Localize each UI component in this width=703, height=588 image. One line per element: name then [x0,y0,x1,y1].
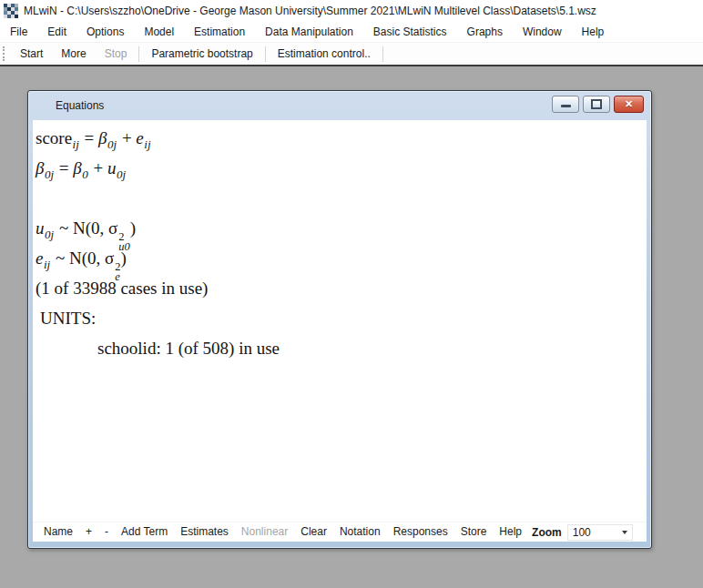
zoom-value: 100 [573,526,591,539]
math-text: (1 of 33988 cases in use) [36,279,208,298]
math-text: + [89,158,107,177]
math-text: ~ N(0, σ [55,218,117,238]
toolbar-grip-handle[interactable] [3,46,7,61]
toolbar-separator [138,46,139,62]
plus-button[interactable]: + [79,522,98,542]
zoom-label: Zoom [528,526,567,539]
math-variable: e [36,248,43,268]
menu-bar: FileEditOptionsModelEstimationData Manip… [0,21,703,43]
menu-item-file[interactable]: File [0,22,37,42]
chevron-down-icon [622,531,627,534]
units-schoolid: schoolid: 1 (of 508) in use [36,333,647,363]
math-subscript: ij [44,258,50,271]
math-variable: e [136,128,143,147]
menu-item-graphs[interactable]: Graphs [457,22,513,42]
equation-response[interactable]: scoreij = β0j + eij [36,123,647,153]
start-button[interactable]: Start [11,44,52,64]
math-text: ~ N(0, σ [51,248,114,268]
close-button[interactable]: ✕ [614,96,644,113]
units-label: UNITS: [36,303,647,333]
main-titlebar: MLwiN - C:\Users\szzho\OneDrive - George… [0,0,703,21]
math-subscript: 0j [117,167,126,181]
mdi-workspace: Equations ✕ scoreij = β0j + eijβ0j = β0 … [0,66,703,588]
equations-toolbar: Name+-Add TermEstimatesNonlinearClearNot… [33,522,647,542]
math-subscript: ij [144,137,150,151]
equation-line [36,183,647,213]
math-variable: β [36,158,44,177]
math-subscript: ij [73,137,79,151]
name-button[interactable]: Name [37,522,79,542]
math-text: UNITS: [40,309,96,328]
math-subscript: 0j [45,228,54,241]
equations-window-title: Equations [56,99,552,112]
responses-button[interactable]: Responses [387,522,454,542]
stop-button: Stop [96,44,137,64]
math-text: score [36,128,72,147]
restore-button[interactable] [583,96,610,113]
math-variable: u [36,218,45,238]
equation-u-distribution[interactable]: u0j ~ N(0, σ2u0) [36,213,647,243]
math-variable: β [73,158,81,177]
nonlinear-button: Nonlinear [235,522,294,542]
notation-button[interactable]: Notation [333,522,387,542]
math-variable: u [107,158,117,177]
restore-icon [591,99,602,109]
math-text: schoolid: 1 (of 508) in use [97,339,280,358]
equations-toolbar-buttons: Name+-Add TermEstimatesNonlinearClearNot… [37,522,528,542]
more-button[interactable]: More [52,44,95,64]
math-text: ) [121,248,127,268]
window-title: MLwiN - C:\Users\szzho\OneDrive - George… [24,5,596,17]
math-subscript: 0j [107,137,117,151]
menu-item-basic-statistics[interactable]: Basic Statistics [363,22,457,42]
help-button[interactable]: Help [493,522,528,542]
zoom-level-select[interactable]: 100 [567,524,633,541]
menu-item-model[interactable]: Model [134,22,184,42]
minus-button[interactable]: - [98,522,115,542]
close-icon: ✕ [625,99,633,109]
menu-item-window[interactable]: Window [513,22,572,42]
equations-window: Equations ✕ scoreij = β0j + eijβ0j = β0 … [27,90,652,549]
menu-item-data-manipulation[interactable]: Data Manipulation [255,22,363,42]
estimates-button[interactable]: Estimates [174,522,235,542]
menu-item-edit[interactable]: Edit [37,22,76,42]
math-text: ) [130,218,136,238]
mlwin-application-window: MLwiN - C:\Users\szzho\OneDrive - George… [0,0,703,588]
add-term-button[interactable]: Add Term [115,522,174,542]
main-toolbar: StartMoreStopParametric bootstrapEstimat… [0,43,703,66]
menu-item-help[interactable]: Help [572,22,615,42]
store-button[interactable]: Store [454,522,494,542]
equations-titlebar[interactable]: Equations ✕ [28,91,651,120]
app-icon [4,4,18,18]
math-subscript: 0 [82,167,88,181]
parametric-bootstrap-button[interactable]: Parametric bootstrap [142,44,261,64]
menu-item-estimation[interactable]: Estimation [184,22,255,42]
toolbar-buttons: StartMoreStopParametric bootstrapEstimat… [11,43,386,65]
math-text: = [80,128,98,147]
cases-in-use-note: (1 of 33988 cases in use) [36,273,647,303]
equations-content: scoreij = β0j + eijβ0j = β0 + u0ju0j ~ N… [33,120,647,522]
window-controls: ✕ [552,96,644,113]
estimation-control-button[interactable]: Estimation control.. [269,44,380,64]
math-variable: β [98,128,107,147]
math-text: + [117,128,136,147]
equation-intercept[interactable]: β0j = β0 + u0j [36,153,647,183]
minimize-button[interactable] [552,96,579,113]
math-subscript: 0j [45,167,54,181]
clear-button[interactable]: Clear [294,522,333,542]
toolbar-separator [265,46,266,62]
toolbar-separator [382,46,383,62]
math-text: = [55,158,73,177]
minimize-icon [561,105,571,107]
menu-item-options[interactable]: Options [76,22,134,42]
